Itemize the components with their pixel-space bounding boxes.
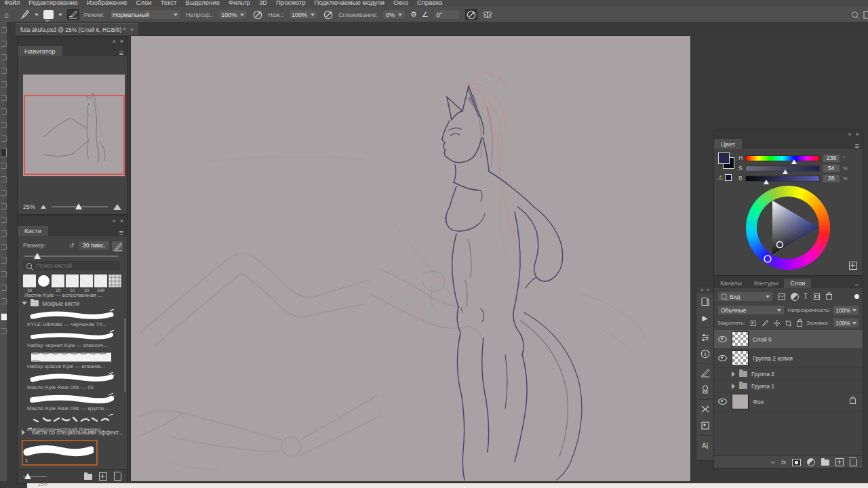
- brush-preset[interactable]: 30: [23, 274, 36, 293]
- brush-preset[interactable]: 15: [52, 274, 64, 293]
- color-wheel[interactable]: [746, 186, 830, 270]
- tab-paths[interactable]: Контуры: [748, 279, 784, 288]
- tool-stub[interactable]: [1, 41, 7, 47]
- glyphs-panel-icon[interactable]: [696, 418, 713, 434]
- tab-channels[interactable]: Каналы: [714, 279, 748, 288]
- navigator-view-rect[interactable]: [24, 95, 125, 175]
- brush-preset[interactable]: [37, 274, 50, 293]
- collapse-icon[interactable]: «: [701, 287, 703, 293]
- brushes-scrollbar[interactable]: [124, 318, 126, 392]
- close-icon[interactable]: ×: [120, 218, 123, 224]
- menu-select[interactable]: Выделение: [186, 0, 220, 6]
- brush-search-input[interactable]: [35, 262, 117, 270]
- tool-stub[interactable]: [1, 258, 7, 264]
- navigator-zoom-slider[interactable]: [52, 206, 108, 207]
- layer-thumbnail[interactable]: [732, 394, 749, 409]
- tab-color[interactable]: Цвет: [714, 139, 742, 149]
- menu-window[interactable]: Окно: [393, 0, 408, 6]
- tool-stub[interactable]: [1, 190, 7, 196]
- layer-opacity-select[interactable]: 100%: [833, 305, 859, 315]
- saturation-slider[interactable]: [745, 165, 820, 171]
- brush-tool-icon[interactable]: [19, 9, 30, 20]
- canvas-area[interactable]: [131, 36, 690, 481]
- brush-item[interactable]: Набор чернил Kyle — классич...: [27, 330, 117, 351]
- gamut-warning[interactable]: ⚠: [717, 174, 732, 181]
- new-layer-icon[interactable]: [835, 458, 844, 466]
- brush-size-value[interactable]: 30 пикс.: [79, 241, 109, 250]
- reset-icon[interactable]: ↺: [69, 242, 75, 249]
- close-icon[interactable]: ×: [120, 38, 123, 45]
- document-tab[interactable]: futa akula.psd @ 25% (Слой 6, RGB/8) * ×: [16, 23, 138, 35]
- filter-pixel-layers-icon[interactable]: [777, 292, 786, 301]
- gear-icon[interactable]: ⚙: [410, 10, 417, 19]
- character-panel-icon[interactable]: [696, 437, 713, 453]
- filter-adjustment-layers-icon[interactable]: [791, 293, 799, 301]
- footer-slider-thumb[interactable]: [24, 473, 31, 479]
- brightness-slider[interactable]: [745, 176, 820, 182]
- menu-edit[interactable]: Редактирование: [28, 0, 77, 6]
- zoom-slider-thumb[interactable]: [75, 203, 82, 209]
- filter-shape-layers-icon[interactable]: [812, 292, 821, 301]
- tool-stub[interactable]: [1, 271, 7, 277]
- sb-triangle[interactable]: [746, 186, 830, 270]
- tool-stub[interactable]: [1, 163, 7, 169]
- close-icon[interactable]: ×: [706, 287, 709, 293]
- visibility-eye-icon[interactable]: [718, 355, 727, 361]
- menu-text[interactable]: Текст: [161, 0, 177, 6]
- brightness-value[interactable]: 28: [823, 174, 840, 183]
- info-panel-icon[interactable]: [696, 346, 713, 362]
- visibility-eye-icon[interactable]: [718, 336, 727, 342]
- add-swatch-icon[interactable]: [849, 262, 857, 270]
- actions-panel-icon[interactable]: ▶: [696, 310, 713, 326]
- brush-angle-field[interactable]: 0°: [433, 9, 460, 20]
- saturation-value[interactable]: 54: [823, 164, 840, 173]
- hue-value[interactable]: 236: [823, 154, 840, 163]
- layer-name[interactable]: Группа 2: [751, 371, 774, 378]
- tool-stub[interactable]: [1, 230, 7, 237]
- hue-marker[interactable]: [764, 256, 771, 262]
- toggle-brush-panel-button[interactable]: [67, 9, 79, 20]
- brush-settings-panel-icon[interactable]: [696, 365, 713, 382]
- close-icon[interactable]: ×: [856, 131, 859, 138]
- lock-pixels-icon[interactable]: [761, 319, 769, 327]
- collapse-icon[interactable]: «: [848, 131, 852, 138]
- add-mask-icon[interactable]: [792, 459, 801, 466]
- tool-stub[interactable]: [1, 217, 7, 223]
- brush-tool-selected[interactable]: [1, 148, 7, 157]
- layer-row-background[interactable]: Фон: [714, 392, 863, 411]
- new-brush-icon[interactable]: [99, 472, 107, 481]
- close-icon[interactable]: ×: [130, 26, 134, 33]
- tool-stub[interactable]: [1, 122, 7, 128]
- layer-thumbnail[interactable]: [732, 331, 749, 347]
- tool-stub[interactable]: [1, 328, 7, 334]
- brush-group-special-effects[interactable]: Кисти со специальными эффект...: [22, 428, 123, 436]
- tab-brushes[interactable]: Кисти: [18, 226, 48, 236]
- paint-symmetry-icon[interactable]: [482, 9, 493, 20]
- link-layers-icon[interactable]: ∞: [771, 459, 775, 466]
- chevron-closed-icon[interactable]: [732, 371, 735, 377]
- new-adjustment-layer-icon[interactable]: [807, 458, 815, 466]
- menu-image[interactable]: Изображение: [87, 0, 127, 6]
- opacity-select[interactable]: 100%: [218, 9, 248, 20]
- workspace-switcher-icon[interactable]: [863, 10, 868, 20]
- size-slider-thumb[interactable]: [34, 253, 41, 259]
- tool-stub[interactable]: [1, 81, 7, 87]
- fill-select[interactable]: 100%: [833, 318, 859, 328]
- hue-slider[interactable]: [745, 155, 820, 161]
- new-group-icon[interactable]: [84, 474, 92, 480]
- brush-preset-selected[interactable]: [108, 274, 121, 293]
- menu-layers[interactable]: Слои: [136, 0, 152, 6]
- smoothing-select[interactable]: 0%: [382, 9, 406, 20]
- brush-item[interactable]: KYLE Ultimate — черчение Th...: [27, 309, 117, 330]
- chevron-down-icon[interactable]: [35, 14, 39, 16]
- adjustments-panel-icon[interactable]: [696, 329, 713, 346]
- visibility-eye-icon[interactable]: [718, 399, 727, 405]
- filter-smart-objects-icon[interactable]: [826, 294, 832, 300]
- tool-stub[interactable]: [1, 136, 7, 142]
- brush-size-slider[interactable]: [24, 256, 118, 257]
- brush-preset[interactable]: 249: [94, 274, 107, 293]
- libraries-panel-icon[interactable]: [696, 293, 713, 310]
- panel-menu-icon[interactable]: −: [855, 281, 859, 288]
- collapse-icon[interactable]: «: [113, 218, 116, 224]
- brush-item[interactable]: Масло Kyle Real Oils — кругла...: [27, 393, 117, 414]
